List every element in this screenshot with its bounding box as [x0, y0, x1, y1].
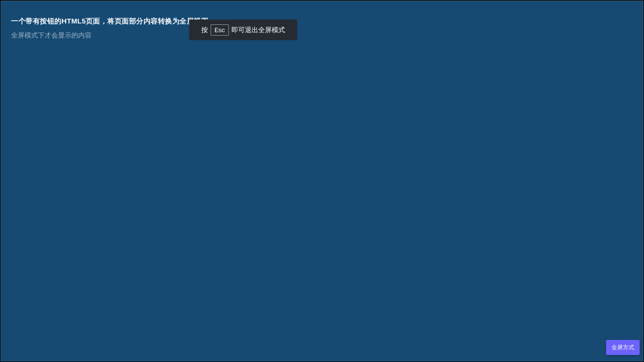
fullscreen-container: 一个带有按钮的HTML5页面，将页面部分内容转换为全屏视图。 全屏模式下才会显示… [1, 1, 643, 361]
fullscreen-button[interactable]: 全屏方式 [606, 340, 640, 355]
page-heading: 一个带有按钮的HTML5页面，将页面部分内容转换为全屏视图。 [11, 16, 216, 26]
fullscreen-only-subtitle: 全屏模式下才会显示的内容 [11, 31, 92, 40]
exit-fullscreen-toast: 按 Esc 即可退出全屏模式 [189, 19, 297, 40]
esc-key-icon: Esc [211, 24, 229, 36]
toast-suffix-text: 即可退出全屏模式 [231, 25, 285, 35]
toast-prefix-text: 按 [201, 25, 208, 35]
